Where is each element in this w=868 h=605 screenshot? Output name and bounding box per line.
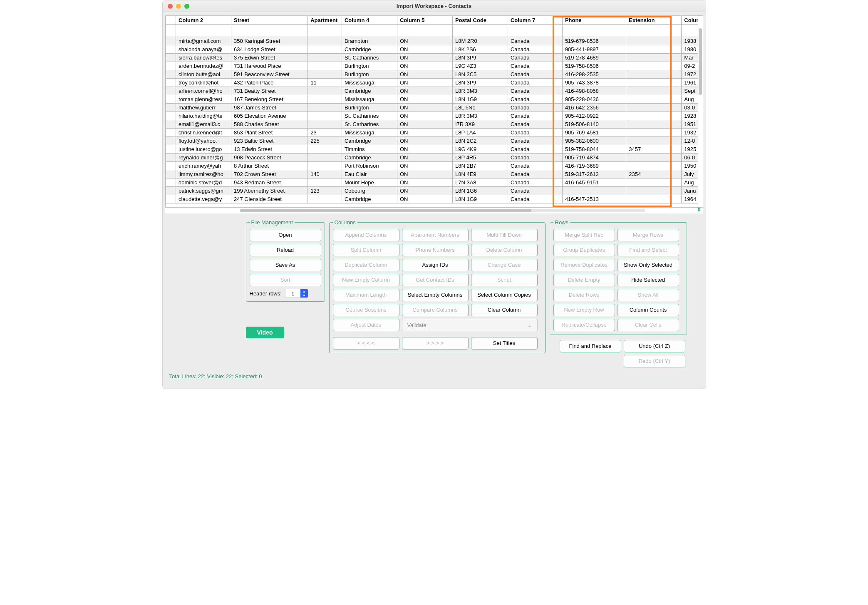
table-cell[interactable]: ON xyxy=(397,95,452,104)
table-cell[interactable]: L8P 4R5 xyxy=(452,154,508,162)
table-cell[interactable]: Canada xyxy=(508,104,562,112)
table-cell[interactable]: 350 Karingal Street xyxy=(231,37,308,45)
table-row[interactable]: sierra.barlow@tes375 Edwin StreetSt. Cat… xyxy=(166,54,703,62)
table-cell[interactable]: Canada xyxy=(508,187,562,195)
table-cell[interactable] xyxy=(626,187,682,195)
table-cell[interactable]: arleen.cornell@ho xyxy=(176,87,231,95)
table-cell[interactable] xyxy=(166,62,176,70)
table-cell[interactable]: Cobourg xyxy=(342,187,397,195)
table-cell[interactable]: 416-719-3689 xyxy=(562,162,626,170)
table-cell[interactable]: jimmy.ramirez@ho xyxy=(176,170,231,179)
table-cell[interactable]: St. Catharines xyxy=(342,54,397,62)
table-cell[interactable]: 225 xyxy=(308,137,342,145)
video-button[interactable]: Video xyxy=(246,327,284,338)
save-as-button[interactable]: Save As xyxy=(250,259,321,271)
show-all-button[interactable]: Show All xyxy=(618,289,679,301)
table-cell[interactable]: Timmins xyxy=(342,145,397,154)
table-cell[interactable] xyxy=(308,95,342,104)
table-cell[interactable]: 731 Harwood Place xyxy=(231,62,308,70)
table-cell[interactable]: Mississauga xyxy=(342,95,397,104)
split-column-button[interactable]: Split Column xyxy=(333,244,399,256)
table-cell[interactable]: Canada xyxy=(508,162,562,170)
table-cell[interactable]: L8N 1G9 xyxy=(452,195,508,203)
column-header[interactable]: Postal Code xyxy=(452,16,508,25)
table-cell[interactable] xyxy=(166,187,176,195)
table-cell[interactable]: 905-769-4581 xyxy=(562,129,626,137)
table-cell[interactable]: christin.kenned@t xyxy=(176,129,231,137)
table-cell[interactable] xyxy=(166,95,176,104)
delete-empty-button[interactable]: Delete Empty xyxy=(553,274,615,286)
table-cell[interactable]: Canada xyxy=(508,54,562,62)
table-cell[interactable]: dominic.stover@d xyxy=(176,179,231,187)
table-cell[interactable]: clinton.butts@aol xyxy=(176,70,231,79)
table-row[interactable]: arleen.cornell@ho731 Beatty StreetCambri… xyxy=(166,87,703,95)
table-cell[interactable]: ON xyxy=(397,170,452,179)
table-cell[interactable]: L9G 4K9 xyxy=(452,145,508,154)
table-cell[interactable]: Burlington xyxy=(342,104,397,112)
table-cell[interactable]: L8N 3P9 xyxy=(452,54,508,62)
table-cell[interactable]: 634 Lodge Street xyxy=(231,45,308,54)
table-cell[interactable]: St. Catharines xyxy=(342,120,397,129)
table-cell[interactable]: erich.ramey@yah xyxy=(176,162,231,170)
table-cell[interactable]: ON xyxy=(397,129,452,137)
course-sessions-button[interactable]: Course Sessions xyxy=(333,304,399,316)
table-cell[interactable]: Canada xyxy=(508,87,562,95)
table-cell[interactable] xyxy=(626,129,682,137)
table-cell[interactable] xyxy=(166,179,176,187)
select-column-copies-button[interactable]: Select Column Copies xyxy=(471,289,538,301)
sort-button[interactable]: Sort xyxy=(250,274,321,286)
table-cell[interactable]: ON xyxy=(397,112,452,120)
table-cell[interactable]: L7N 3A8 xyxy=(452,179,508,187)
table-cell[interactable]: St. Catharines xyxy=(342,112,397,120)
validate-select[interactable]: Validate: xyxy=(402,319,538,331)
table-cell[interactable]: 591 Beaconview Street xyxy=(231,70,308,79)
table-row[interactable]: troy.conklin@hot432 Paton Place11Mississ… xyxy=(166,79,703,87)
table-cell[interactable]: 375 Edwin Street xyxy=(231,54,308,62)
table-cell[interactable]: floy.lott@yahoo. xyxy=(176,137,231,145)
table-cell[interactable] xyxy=(308,37,342,45)
table-cell[interactable] xyxy=(166,120,176,129)
table-cell[interactable]: L8R 3M3 xyxy=(452,112,508,120)
change-case-button[interactable]: Change Case xyxy=(471,259,538,271)
table-cell[interactable]: 519-679-8536 xyxy=(562,37,626,45)
multi-fill-down-button[interactable]: Multi Fill Down xyxy=(471,229,538,241)
table-cell[interactable]: Eau Clair xyxy=(342,170,397,179)
table-cell[interactable] xyxy=(166,112,176,120)
table-cell[interactable]: Canada xyxy=(508,170,562,179)
table-row[interactable]: jimmy.ramirez@ho702 Crown Street140Eau C… xyxy=(166,170,703,179)
table-cell[interactable]: Canada xyxy=(508,195,562,203)
find-and-select-button[interactable]: Find and Select xyxy=(618,244,679,256)
table-cell[interactable]: 199 Abernethy Street xyxy=(231,187,308,195)
table-cell[interactable]: 905-412-0922 xyxy=(562,112,626,120)
select-empty-columns-button[interactable]: Select Empty Columns xyxy=(402,289,469,301)
table-cell[interactable]: Canada xyxy=(508,154,562,162)
table-cell[interactable] xyxy=(308,179,342,187)
table-cell[interactable]: 13 Edwin Street xyxy=(231,145,308,154)
table-cell[interactable]: L8N 3C5 xyxy=(452,70,508,79)
duplicate-column-button[interactable]: Duplicate Column xyxy=(333,259,399,271)
table-cell[interactable] xyxy=(308,162,342,170)
column-header[interactable]: Column 4 xyxy=(342,16,397,25)
table-cell[interactable]: 23 xyxy=(308,129,342,137)
table-cell[interactable]: Brampton xyxy=(342,37,397,45)
table-cell[interactable] xyxy=(308,70,342,79)
table-cell[interactable]: L8K 2S6 xyxy=(452,45,508,54)
table-cell[interactable] xyxy=(626,195,682,203)
table-row[interactable]: hilario.harding@te605 Elevation AvenueSt… xyxy=(166,112,703,120)
table-cell[interactable]: ON xyxy=(397,54,452,62)
redo-button[interactable]: Redo (Ctrl Y) xyxy=(624,355,685,367)
prev-button[interactable]: < < < < xyxy=(333,337,399,350)
table-cell[interactable] xyxy=(626,87,682,95)
table-cell[interactable]: Canada xyxy=(508,70,562,79)
merge-rows-button[interactable]: Merge Rows xyxy=(618,229,679,241)
table-cell[interactable] xyxy=(308,45,342,54)
table-row[interactable]: email1@email3.c588 Charles StreetSt. Cat… xyxy=(166,120,703,129)
table-cell[interactable]: Burlington xyxy=(342,62,397,70)
table-cell[interactable]: ON xyxy=(397,37,452,45)
table-cell[interactable] xyxy=(308,120,342,129)
table-cell[interactable]: L8N 4E9 xyxy=(452,170,508,179)
table-cell[interactable]: patrick.suggs@gm xyxy=(176,187,231,195)
table-row[interactable]: dominic.stover@d943 Redman StreetMount H… xyxy=(166,179,703,187)
column-header[interactable] xyxy=(166,16,176,25)
table-cell[interactable]: Mount Hope xyxy=(342,179,397,187)
